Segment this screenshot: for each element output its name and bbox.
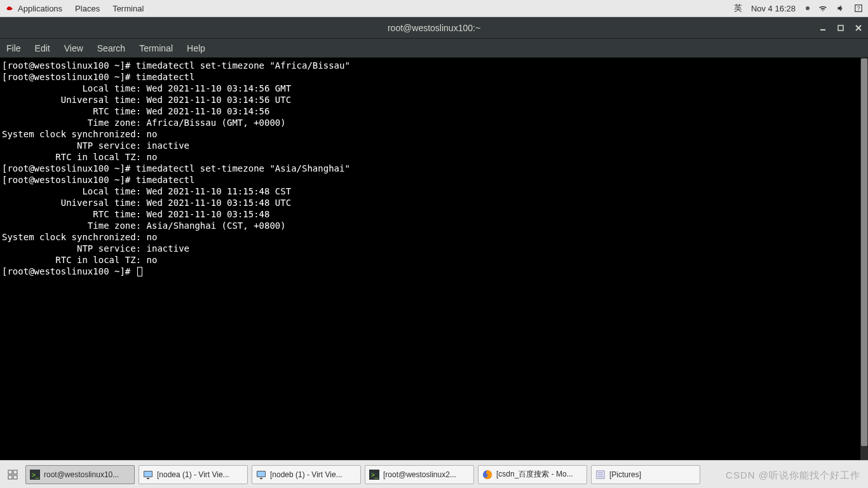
places-menu[interactable]: Places [75, 4, 100, 13]
svg-text:>_: >_ [371, 471, 379, 478]
svg-text:?: ? [857, 6, 860, 11]
svg-text:>_: >_ [32, 471, 39, 478]
svg-rect-7 [13, 470, 17, 474]
terminal-menubar: File Edit View Search Terminal Help [0, 39, 868, 58]
menu-view[interactable]: View [64, 43, 83, 53]
taskbar-item[interactable]: >_[root@westoslinux2... [365, 465, 474, 484]
menu-help[interactable]: Help [187, 43, 205, 53]
svg-rect-9 [13, 475, 17, 479]
taskbar-item[interactable]: [nodeb (1) - Virt Vie... [252, 465, 361, 484]
svg-rect-8 [8, 475, 12, 479]
taskbar-item-label: [nodeb (1) - Virt Vie... [270, 470, 342, 479]
taskbar-item-label: [Pictures] [609, 470, 641, 479]
volume-icon[interactable] [836, 4, 845, 13]
svg-rect-17 [260, 478, 262, 479]
menu-file[interactable]: File [6, 43, 21, 53]
taskbar-item[interactable]: >_root@westoslinux10... [25, 465, 135, 484]
redhat-icon [5, 4, 14, 13]
taskbar-item[interactable]: [Pictures] [591, 465, 700, 484]
applications-menu[interactable]: Applications [18, 4, 62, 13]
taskbar-item-label: [nodea (1) - Virt Vie... [157, 470, 229, 479]
close-button[interactable] [854, 24, 863, 32]
terminal-menu[interactable]: Terminal [112, 4, 144, 13]
taskbar-item-label: [root@westoslinux2... [383, 470, 456, 479]
taskbar-item[interactable]: [csdn_百度搜索 - Mo... [478, 465, 587, 484]
scrollbar[interactable] [860, 58, 868, 460]
ime-indicator[interactable]: 英 [734, 3, 742, 14]
taskbar-item[interactable]: [nodea (1) - Virt Vie... [139, 465, 248, 484]
help-icon[interactable]: ? [854, 4, 863, 13]
svg-rect-6 [8, 470, 12, 474]
svg-rect-13 [144, 471, 152, 477]
clock[interactable]: Nov 4 16:28 [751, 4, 796, 13]
svg-rect-14 [147, 478, 149, 479]
window-titlebar[interactable]: root@westoslinux100:~ [0, 17, 868, 39]
svg-rect-3 [838, 25, 843, 30]
taskbar-item-label: [csdn_百度搜索 - Mo... [496, 469, 573, 480]
menu-edit[interactable]: Edit [35, 43, 50, 53]
menu-terminal[interactable]: Terminal [139, 43, 173, 53]
wifi-icon[interactable] [818, 4, 827, 13]
taskbar-item-label: root@westoslinux10... [44, 470, 119, 479]
gnome-topbar: Applications Places Terminal 英 Nov 4 16:… [0, 0, 868, 17]
menu-search[interactable]: Search [97, 43, 125, 53]
status-dot-icon [806, 6, 810, 10]
window-list-icon[interactable] [4, 466, 22, 484]
taskbar: >_root@westoslinux10...[nodea (1) - Virt… [0, 460, 868, 488]
minimize-button[interactable] [818, 24, 827, 32]
svg-rect-16 [257, 471, 265, 477]
maximize-button[interactable] [836, 24, 845, 32]
cursor-icon [137, 267, 142, 276]
scrollbar-thumb[interactable] [861, 58, 867, 446]
prompt: [root@westoslinux100 ~]# [2, 266, 136, 276]
terminal-output[interactable]: [root@westoslinux100 ~]# timedatectl set… [0, 58, 868, 460]
window-title: root@westoslinux100:~ [388, 23, 480, 33]
